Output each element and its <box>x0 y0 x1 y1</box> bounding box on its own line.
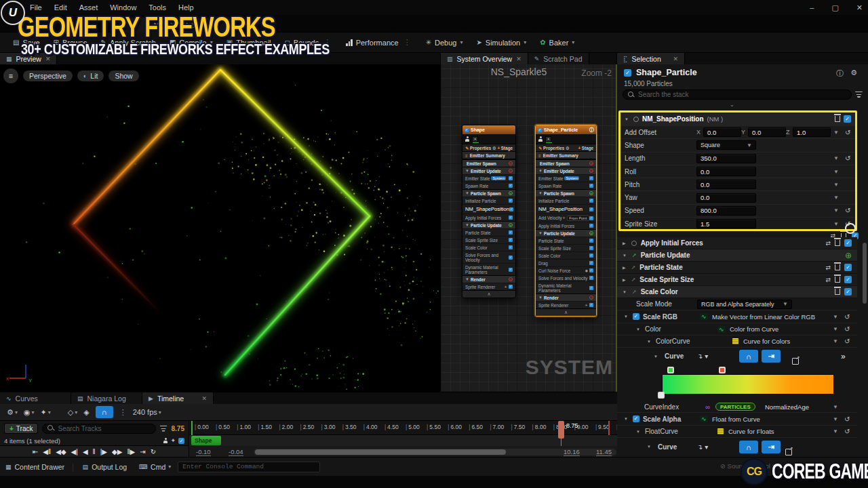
param-value[interactable]: 800.0 <box>696 206 756 216</box>
plus-circle-icon[interactable]: ⊕ <box>845 251 852 260</box>
reset-icon[interactable]: ↺ <box>845 129 850 136</box>
stack-search[interactable] <box>623 89 852 100</box>
range-value[interactable]: -0.10 <box>196 448 211 456</box>
track-search-input[interactable] <box>58 425 150 432</box>
chevron-down-icon[interactable]: ▼ <box>833 169 839 175</box>
stack-row-scale-color[interactable]: ▼➚Scale Color✓ <box>617 286 857 298</box>
chevron-down-icon[interactable]: ▼ <box>833 207 839 214</box>
stack-search-input[interactable] <box>638 91 846 98</box>
expand-triangle[interactable]: ▼ <box>538 296 542 300</box>
tab-scratch-pad[interactable]: ✎Scratch Pad <box>528 53 589 64</box>
import-curve-icon[interactable]: ↴ ▾ <box>697 443 708 451</box>
node-row-item[interactable]: Particle State✓ <box>462 228 515 236</box>
expand-triangle[interactable]: ▼ <box>636 430 640 434</box>
wrench-icon[interactable]: ⚙ ▾ <box>7 408 18 417</box>
stack-row-apply-initial-forces[interactable]: ▶Apply Initial Forces⇄✓ <box>617 237 857 249</box>
show-button[interactable]: Show <box>108 70 138 81</box>
node-row-item[interactable]: Scale Sprite Size✓ <box>462 236 515 243</box>
expand-triangle[interactable]: ▼ <box>538 231 542 235</box>
play-button[interactable]: ‖▶ <box>127 448 135 455</box>
row-checkbox[interactable]: ✓ <box>509 230 513 235</box>
reset-icon[interactable]: ↺ <box>844 415 850 423</box>
chevron-down-icon[interactable]: ▼ <box>833 326 838 332</box>
row-checkbox[interactable]: ✓ <box>509 207 513 211</box>
tab-curves[interactable]: ∿Curves <box>0 392 71 404</box>
simulation-button[interactable]: ➤Simulation▾ <box>470 34 532 52</box>
chevron-down-icon[interactable]: ▼ <box>833 314 838 320</box>
stack-row-scale-sprite-size[interactable]: ▶➚Scale Sprite Size⇄✓ <box>617 274 857 286</box>
playhead-marker[interactable] <box>558 421 564 439</box>
param-value-z[interactable]: 1.0 <box>793 127 831 137</box>
content-drawer-button[interactable]: ▦Content Drawer <box>5 463 64 471</box>
floatcurve-value[interactable]: Curve for Floats <box>728 428 774 435</box>
expand-triangle[interactable]: ▼ <box>538 169 542 173</box>
row-checkbox[interactable]: ✓ <box>589 246 593 250</box>
reset-icon[interactable]: ↺ <box>844 338 850 345</box>
node-enabled-checkbox[interactable]: ✓ <box>465 128 469 132</box>
to-end-button[interactable]: ⇥ <box>140 448 145 455</box>
expand-triangle[interactable]: ▼ <box>465 191 469 195</box>
tab-system-overview[interactable]: ▥System Overview✕ <box>441 53 528 64</box>
filter-icon[interactable] <box>855 92 863 98</box>
expand-triangle[interactable]: ▼ <box>623 253 627 258</box>
node-section-render[interactable]: ▼Render− <box>462 275 515 283</box>
minimize-icon[interactable]: – <box>810 3 814 12</box>
row-checkbox[interactable]: ✓ <box>589 199 593 203</box>
row-checkbox[interactable]: ✓ <box>589 207 593 211</box>
node-row-item[interactable]: Spawn Rate✓ <box>462 182 515 189</box>
next-key-button[interactable]: ◆▶ <box>112 448 122 455</box>
range-value[interactable]: 10.16 <box>564 448 580 456</box>
close-icon[interactable]: ✕ <box>856 3 863 12</box>
row-checkbox[interactable]: ✓ <box>589 303 593 307</box>
scale-rgb-checkbox[interactable]: ✓ <box>633 313 639 320</box>
range-value[interactable]: -0.04 <box>229 448 243 456</box>
node-section-emitter-spawn[interactable]: Emitter Spawn− <box>536 159 596 167</box>
range-value[interactable]: 11.45 <box>596 448 612 456</box>
expand-triangle[interactable]: ▶ <box>623 277 626 282</box>
add-stage-button[interactable]: + Stage <box>578 146 593 150</box>
param-value-y[interactable]: 0.0 <box>748 127 786 137</box>
chevron-down-icon[interactable]: ▼ <box>833 338 838 344</box>
scale-alpha-value[interactable]: Float from Curve <box>712 415 760 423</box>
expand-triangle[interactable]: ▼ <box>647 445 651 449</box>
param-value[interactable]: 0.0 <box>696 180 756 189</box>
expand-triangle[interactable]: ▼ <box>465 277 469 281</box>
stack-row-particle-state[interactable]: ▶➚Particle State⇄✓ <box>617 262 857 274</box>
row-checkbox[interactable]: ✓ <box>509 238 513 242</box>
emitter-enabled-checkbox[interactable]: ✓ <box>624 69 631 77</box>
to-front-button[interactable]: ⇤ <box>33 448 38 455</box>
trash-icon[interactable] <box>835 289 840 295</box>
filter-icon[interactable] <box>160 426 167 432</box>
scale-mode-select[interactable]: RGB and Alpha Separately▼ <box>697 300 792 309</box>
node-row-item[interactable]: Curl Noise Force◉✓ <box>536 266 596 274</box>
curve-template-button[interactable]: ∩ <box>739 441 758 453</box>
node-row-item[interactable]: Scale Sprite Size✓ <box>536 244 596 251</box>
node-properties-row[interactable]: ✎ Properties ⚙+ Stage <box>462 144 515 152</box>
emitter-node-shape-particle[interactable]: ✓Shape_Particleⓘ▪✎ Properties ⚙+ Stage≡E… <box>535 125 597 317</box>
row-checkbox[interactable]: ✓ <box>509 268 513 272</box>
row-checkbox[interactable]: ✓ <box>589 184 593 188</box>
row-checkbox[interactable]: ✓ <box>844 239 852 247</box>
node-row-item[interactable]: Initialize Particle✓ <box>536 197 596 204</box>
chevron-down-icon[interactable]: ▼ <box>833 182 839 188</box>
param-select[interactable]: Square▼ <box>696 140 756 150</box>
row-checkbox[interactable]: ✓ <box>589 176 593 180</box>
node-row-item[interactable]: Scale Color✓ <box>462 243 515 251</box>
close-icon[interactable]: ✕ <box>201 395 207 402</box>
reset-icon[interactable]: ↺ <box>844 313 850 321</box>
mini-checkbox[interactable]: ✓ <box>178 438 184 444</box>
console-input[interactable] <box>182 463 315 470</box>
external-edit-icon[interactable] <box>792 358 799 365</box>
play-reverse-button[interactable]: ◀ <box>83 448 88 455</box>
effects-icon[interactable]: ✦ ▾ <box>41 408 51 417</box>
node-row-item[interactable]: Particle State✓ <box>536 237 596 244</box>
stack-collapse-chevron[interactable]: ⌄ <box>730 102 734 108</box>
lit-button[interactable]: ◐Lit <box>77 70 104 81</box>
tab-timeline[interactable]: ▶Timeline✕ <box>142 392 214 404</box>
star-icon[interactable]: ✦ <box>170 437 176 444</box>
performance-button[interactable]: Performance⋮ <box>340 34 418 52</box>
reset-icon[interactable]: ↺ <box>845 207 850 214</box>
node-row-selected[interactable]: NM_ShapePosition✓ <box>462 204 515 214</box>
node-enabled-checkbox[interactable]: ✓ <box>538 128 542 132</box>
tab-niagara-log[interactable]: ▤Niagara Log <box>71 392 142 404</box>
